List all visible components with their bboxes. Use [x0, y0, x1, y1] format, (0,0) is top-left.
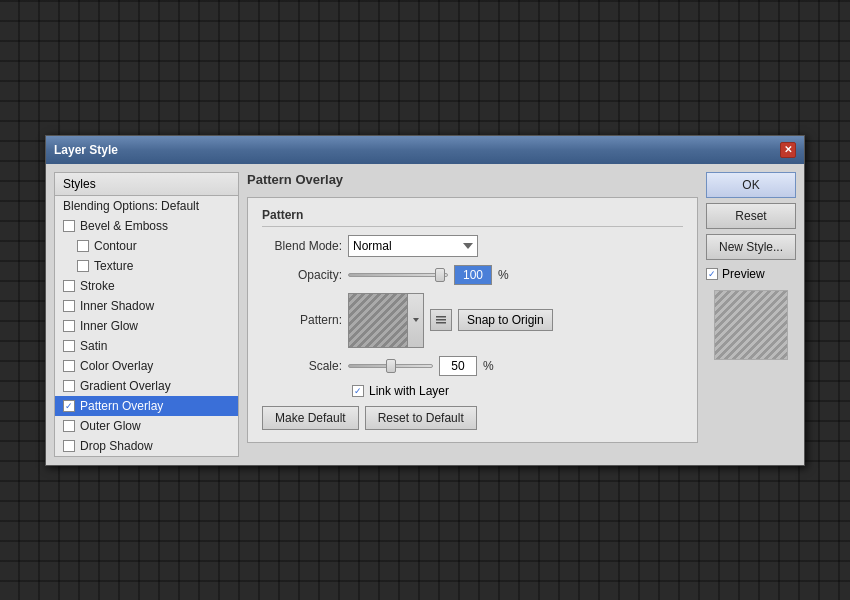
blend-mode-select[interactable]: Normal Dissolve Multiply Screen Overlay — [348, 235, 478, 257]
snap-to-origin-button[interactable]: Snap to Origin — [458, 309, 553, 331]
checkbox-pattern-overlay[interactable] — [63, 400, 75, 412]
checkbox-color-overlay[interactable] — [63, 360, 75, 372]
scale-row: Scale: % — [262, 356, 683, 376]
svg-rect-2 — [436, 322, 446, 324]
main-content: Pattern Overlay Pattern Blend Mode: Norm… — [247, 172, 698, 457]
dialog-body: Styles Blending Options: Default Bevel &… — [46, 164, 804, 465]
checkbox-bevel-emboss[interactable] — [63, 220, 75, 232]
layer-item-gradient-overlay[interactable]: Gradient Overlay — [55, 376, 238, 396]
link-layer-checkbox[interactable] — [352, 385, 364, 397]
pattern-dropdown-button[interactable] — [408, 293, 424, 348]
pattern-menu-button[interactable] — [430, 309, 452, 331]
label-drop-shadow: Drop Shadow — [80, 439, 153, 453]
right-panel: OK Reset New Style... ✓ Preview — [706, 172, 796, 457]
layer-item-inner-shadow[interactable]: Inner Shadow — [55, 296, 238, 316]
label-pattern-overlay: Pattern Overlay — [80, 399, 163, 413]
make-default-button[interactable]: Make Default — [262, 406, 359, 430]
link-layer-label: Link with Layer — [369, 384, 449, 398]
layer-item-stroke[interactable]: Stroke — [55, 276, 238, 296]
blend-mode-label: Blend Mode: — [262, 239, 342, 253]
layer-item-pattern-overlay[interactable]: Pattern Overlay — [55, 396, 238, 416]
layer-item-bevel-emboss[interactable]: Bevel & Emboss — [55, 216, 238, 236]
checkbox-drop-shadow[interactable] — [63, 440, 75, 452]
preview-checkbox[interactable]: ✓ — [706, 268, 718, 280]
label-inner-shadow: Inner Shadow — [80, 299, 154, 313]
chevron-down-icon — [413, 316, 419, 324]
checkbox-gradient-overlay[interactable] — [63, 380, 75, 392]
scale-label: Scale: — [262, 359, 342, 373]
dialog-title: Layer Style — [54, 143, 118, 157]
new-style-button[interactable]: New Style... — [706, 234, 796, 260]
left-panel: Styles Blending Options: Default Bevel &… — [54, 172, 239, 457]
close-button[interactable]: ✕ — [780, 142, 796, 158]
layer-item-inner-glow[interactable]: Inner Glow — [55, 316, 238, 336]
bottom-buttons: Make Default Reset to Default — [262, 406, 683, 430]
opacity-row: Opacity: % — [262, 265, 683, 285]
checkbox-inner-shadow[interactable] — [63, 300, 75, 312]
label-inner-glow: Inner Glow — [80, 319, 138, 333]
opacity-input[interactable] — [454, 265, 492, 285]
ok-button[interactable]: OK — [706, 172, 796, 198]
opacity-label: Opacity: — [262, 268, 342, 282]
styles-header[interactable]: Styles — [55, 173, 238, 196]
scale-slider[interactable] — [348, 364, 433, 368]
layer-style-dialog: Layer Style ✕ Styles Blending Options: D… — [45, 135, 805, 466]
layer-item-color-overlay[interactable]: Color Overlay — [55, 356, 238, 376]
scale-input[interactable] — [439, 356, 477, 376]
checkbox-inner-glow[interactable] — [63, 320, 75, 332]
pattern-preview-swatch[interactable] — [348, 293, 408, 348]
label-stroke: Stroke — [80, 279, 115, 293]
label-outer-glow: Outer Glow — [80, 419, 141, 433]
label-color-overlay: Color Overlay — [80, 359, 153, 373]
label-contour: Contour — [94, 239, 137, 253]
label-gradient-overlay: Gradient Overlay — [80, 379, 171, 393]
checkbox-texture[interactable] — [77, 260, 89, 272]
pattern-panel: Pattern Blend Mode: Normal Dissolve Mult… — [247, 197, 698, 443]
link-layer-row: Link with Layer — [262, 384, 683, 398]
panel-box-title: Pattern — [262, 208, 683, 227]
preview-label: Preview — [722, 267, 765, 281]
preview-area — [714, 290, 788, 360]
opacity-thumb[interactable] — [435, 268, 445, 282]
checkbox-outer-glow[interactable] — [63, 420, 75, 432]
label-satin: Satin — [80, 339, 107, 353]
svg-rect-1 — [436, 319, 446, 321]
pattern-row: Pattern: — [262, 293, 683, 348]
opacity-percent: % — [498, 268, 509, 282]
scale-thumb[interactable] — [386, 359, 396, 373]
layer-item-satin[interactable]: Satin — [55, 336, 238, 356]
pattern-label: Pattern: — [262, 313, 342, 327]
layer-item-outer-glow[interactable]: Outer Glow — [55, 416, 238, 436]
svg-rect-0 — [436, 316, 446, 318]
checkbox-contour[interactable] — [77, 240, 89, 252]
scale-percent: % — [483, 359, 494, 373]
reset-to-default-button[interactable]: Reset to Default — [365, 406, 477, 430]
layer-item-drop-shadow[interactable]: Drop Shadow — [55, 436, 238, 456]
preview-label-row: ✓ Preview — [706, 267, 796, 281]
checkbox-satin[interactable] — [63, 340, 75, 352]
menu-icon — [435, 314, 447, 326]
blend-mode-row: Blend Mode: Normal Dissolve Multiply Scr… — [262, 235, 683, 257]
reset-button[interactable]: Reset — [706, 203, 796, 229]
checkbox-stroke[interactable] — [63, 280, 75, 292]
layer-item-texture[interactable]: Texture — [55, 256, 238, 276]
title-bar: Layer Style ✕ — [46, 136, 804, 164]
label-bevel-emboss: Bevel & Emboss — [80, 219, 168, 233]
opacity-slider[interactable] — [348, 273, 448, 277]
layer-item-contour[interactable]: Contour — [55, 236, 238, 256]
blending-options-item[interactable]: Blending Options: Default — [55, 196, 238, 216]
label-texture: Texture — [94, 259, 133, 273]
section-title: Pattern Overlay — [247, 172, 698, 187]
